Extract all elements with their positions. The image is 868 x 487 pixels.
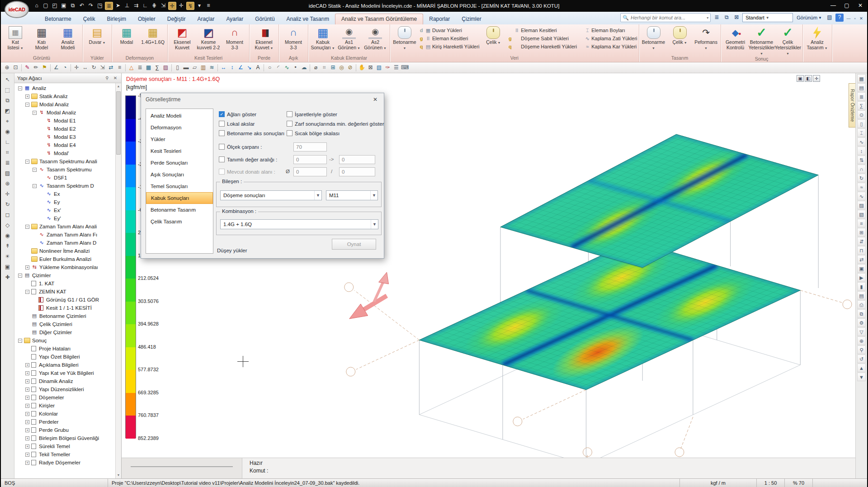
tree-item-d-emeler[interactable]: +Döşemeler (14, 393, 115, 402)
tree-expand-toggle[interactable]: + (25, 436, 29, 440)
ribbon-button-as1-g-r-nen[interactable]: As1 Görünen ▼ (336, 25, 362, 50)
minimize-button[interactable]: — (826, 1, 840, 11)
up-icon[interactable]: ▲ (857, 364, 866, 372)
dialog-close-icon[interactable]: ✕ (371, 96, 379, 103)
pipette-icon[interactable]: ✑ (383, 63, 392, 72)
tree-item-tasar-m-spektrumu-anali[interactable]: −Tasarım Spektrumu Anali (14, 157, 115, 165)
command-search[interactable]: 🔍 ▾ (620, 13, 711, 22)
animate-icon[interactable]: ▶ (857, 273, 866, 282)
region-icon[interactable]: ▦ (144, 63, 153, 72)
ribbon-button-eksenel-kuvvet[interactable]: Eksenel Kuvvet ▼ (251, 25, 277, 50)
tree-item-kolonlar[interactable]: +Kolonlar (14, 410, 115, 418)
pause-icon[interactable]: ▮ (857, 282, 866, 291)
tree-item-ex[interactable]: ∿Ex (14, 190, 115, 198)
combination-dropdown[interactable]: 1.4G + 1.6Q ▼ (220, 219, 378, 229)
report-list-icon[interactable]: ≣ (857, 92, 866, 101)
tree-item-s-rekli-temel[interactable]: +Sürekli Temel (14, 442, 115, 450)
checkbox-i-aretleriyle-g-ster[interactable] (287, 111, 292, 117)
isolate-icon[interactable]: ◎ (337, 63, 346, 72)
zoom-window-icon[interactable]: ⊡ (11, 63, 20, 72)
dialog-nav-betonarme-tasar-m[interactable]: Betonarme Tasarım (146, 204, 213, 216)
ribbon-button-eksenel-kuvvet[interactable]: Eksenel Kuvvet (169, 25, 195, 50)
mode-icon[interactable]: ∿ (857, 192, 866, 200)
iso-view-icon[interactable]: ◇ (3, 221, 12, 230)
tab--elik[interactable]: Çelik (77, 14, 101, 24)
close-button[interactable]: ✕ (854, 1, 867, 11)
panel-close-icon[interactable]: ✕ (112, 76, 118, 80)
filter-icon[interactable]: ▽ (857, 327, 866, 336)
tree-expand-toggle[interactable]: + (25, 461, 29, 465)
restore-button[interactable]: ▢ (840, 1, 854, 11)
select-box-icon[interactable]: ⬚ (3, 85, 12, 95)
dropdown-icon[interactable]: ▾ (195, 2, 203, 10)
tree-item-sonu-[interactable]: −Sonuç (14, 336, 115, 345)
protractor-icon[interactable]: ◔ (61, 63, 69, 72)
tree-item-modal-e2[interactable]: ↯Modal E2 (14, 125, 115, 133)
ribbon-button-kesme-kuvveti-2-2[interactable]: Kesme kuvveti 2-2 (195, 25, 222, 50)
refresh-icon[interactable]: ↺ (857, 355, 866, 363)
tree-item-dinamik-analiz[interactable]: +Dinamik Analiz (14, 377, 115, 385)
result-member-icon[interactable]: ▯ (857, 119, 866, 128)
rotate-icon[interactable]: ↻ (90, 63, 98, 72)
lower-slab-contour[interactable] (419, 238, 800, 390)
tree-scrollbar[interactable]: ▲ ▼ (115, 83, 121, 478)
extend-icon[interactable]: ⇲ (159, 2, 167, 10)
moment-icon[interactable]: ∩ (857, 165, 866, 173)
tree-item-kiri-ler[interactable]: +Kirişler (14, 402, 115, 410)
compass-icon[interactable]: ∠ (52, 63, 61, 72)
pen-icon[interactable]: ✏ (32, 63, 40, 72)
tree-item-perdeler[interactable]: +Perdeler (14, 418, 115, 426)
component-dropdown[interactable]: Döşeme sonuçları ▼ (220, 190, 322, 200)
dialog-nav-a-k-sonu-lar-[interactable]: Aşık Sonuçları (146, 169, 213, 180)
contour-icon[interactable]: ▧ (857, 210, 866, 218)
layer-list-icon[interactable]: ≣ (712, 14, 721, 22)
tab-raporlar[interactable]: Raporlar (423, 14, 456, 24)
rotate-view-icon[interactable]: ↻ (3, 200, 12, 209)
save-icon[interactable]: ▣ (60, 2, 68, 10)
ribbon-list-item[interactable]: d▦Duvar Yükleri (419, 26, 479, 34)
dialog-nav-kesit-tesirleri[interactable]: Kesit Tesirleri (146, 145, 213, 157)
grid-toggle-icon[interactable]: ⌗ (3, 148, 12, 157)
sun-icon[interactable]: ☀ (3, 252, 12, 261)
text-icon[interactable]: A (254, 63, 262, 72)
capture-icon[interactable]: ◳ (96, 2, 104, 10)
beam-icon[interactable]: ▬ (182, 63, 190, 72)
ribbon-button-analiz-tasar-m[interactable]: Analiz Tasarım ▼ (804, 25, 830, 50)
mdi-restore-icon[interactable]: ▫ (852, 16, 858, 22)
tab-de-i-tir[interactable]: Değiştir (161, 14, 192, 24)
search-result-icon[interactable]: ⊕ (857, 336, 866, 345)
camera-icon[interactable]: ◉ (3, 231, 12, 240)
min-max-icon[interactable]: ⇵ (857, 237, 866, 246)
tab-analiz-ve-tasar-m-g-r-nt-leme[interactable]: Analiz ve Tasarım Görüntüleme (335, 14, 423, 24)
dialog-nav-y-kler[interactable]: Yükler (146, 133, 213, 145)
print-icon[interactable]: ⎙ (857, 300, 866, 309)
ribbon-list-item[interactable]: gDöşeme Sabit Yükleri (507, 34, 577, 43)
tree-item-zaman-tan-m-alan-d[interactable]: ∿Zaman Tanım Alanı D (14, 239, 115, 247)
snap-icon[interactable]: ⌖ (3, 117, 12, 126)
tree-expand-toggle[interactable]: − (18, 274, 22, 278)
offset-icon[interactable]: ≡ (115, 63, 124, 72)
layer-stack-icon[interactable]: ⧉ (722, 14, 731, 22)
tree-expand-toggle[interactable]: + (25, 265, 29, 270)
status-zoom[interactable]: % 70 (785, 479, 813, 487)
hatch-tool-icon[interactable]: ▨ (3, 169, 12, 178)
tree-item-g-r-n-g1-g1-g-r[interactable]: ▌Görünüş G1 / G1 GÖR (14, 296, 115, 304)
point-icon[interactable]: • (291, 63, 300, 72)
parallel-icon[interactable]: ⇉ (132, 2, 140, 10)
grid-icon[interactable]: ⌗ (320, 63, 329, 72)
tree-expand-toggle[interactable]: − (18, 86, 22, 90)
tree-expand-toggle[interactable]: − (25, 225, 29, 229)
rebar-area-input2[interactable] (339, 167, 375, 176)
more-icon[interactable]: ≡ (204, 2, 212, 10)
rebar-area-input1[interactable] (293, 167, 327, 176)
select-same-icon[interactable]: ⧉ (3, 96, 12, 105)
value-range-checkbox[interactable] (219, 156, 225, 162)
tree-item-statik-analiz[interactable]: +Statik Analiz (14, 92, 115, 100)
rebar-area-checkbox[interactable] (219, 169, 225, 175)
calc-icon[interactable]: ⌨ (401, 63, 409, 72)
tree-expand-toggle[interactable]: − (33, 168, 37, 172)
ribbon-button-analiz-modeli[interactable]: Analiz Modeli (55, 25, 81, 50)
torsion-icon[interactable]: ↻ (857, 174, 866, 182)
tree-expand-toggle[interactable]: + (25, 363, 29, 367)
pan-icon[interactable]: ✛ (72, 63, 81, 72)
